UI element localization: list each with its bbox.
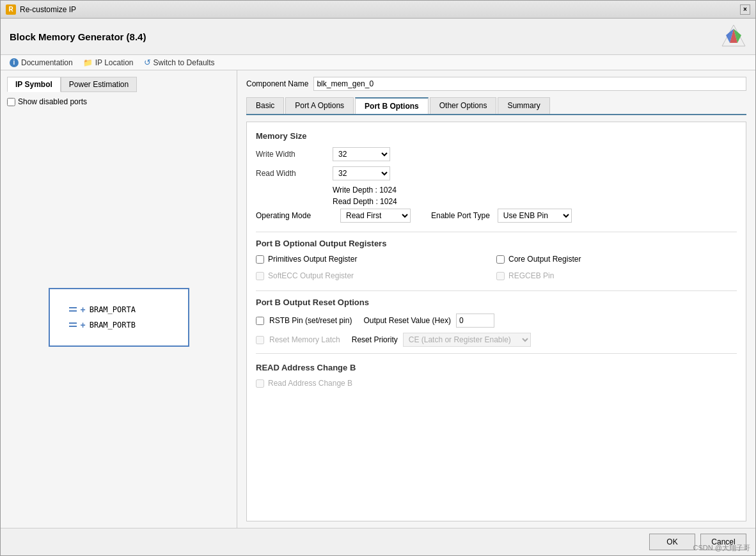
right-panel: Component Name Basic Port A Options Port… <box>237 70 755 528</box>
output-registers-title: Port B Optional Output Registers <box>256 239 737 248</box>
operating-mode-row: Operating Mode Read First Write First No… <box>256 209 737 223</box>
switch-defaults-label: Switch to Defaults <box>154 58 215 67</box>
enable-port-type-label: Enable Port Type <box>431 211 490 220</box>
write-width-select[interactable]: 32 8 16 64 <box>333 147 390 161</box>
port-b-lines <box>69 322 77 327</box>
show-disabled-row: Show disabled ports <box>7 97 230 106</box>
ip-location-link[interactable]: 📁 IP Location <box>83 58 134 67</box>
read-width-select[interactable]: 32 8 16 64 <box>333 166 390 180</box>
port-line <box>69 307 77 308</box>
documentation-label: Documentation <box>21 58 73 67</box>
tab-content-port-b: Memory Size Write Width 32 8 16 64 Read … <box>246 122 746 521</box>
port-a-lines <box>69 307 77 312</box>
port-a-plus: + <box>81 305 86 315</box>
ok-button[interactable]: OK <box>649 534 695 550</box>
primitives-output-checkbox[interactable] <box>256 255 264 264</box>
port-a-row: + BRAM_PORTA <box>69 302 169 317</box>
primitives-output-label: Primitives Output Register <box>268 255 357 264</box>
core-output-row: Core Output Register <box>496 255 737 264</box>
main-header: Block Memory Generator (8.4) <box>1 19 755 55</box>
enable-port-type-select[interactable]: Use ENB Pin Always Enabled <box>498 209 572 223</box>
port-a-name: BRAM_PORTA <box>90 305 136 314</box>
toolbar: i Documentation 📁 IP Location ↺ Switch t… <box>1 55 755 70</box>
bram-symbol: + BRAM_PORTA + BRAM_PORTB <box>49 288 189 347</box>
core-output-label: Core Output Register <box>508 255 581 264</box>
footer: OK Cancel <box>1 528 755 555</box>
soft-ecc-label: SoftECC Output Register <box>268 271 354 280</box>
primitives-output-row: Primitives Output Register <box>256 255 496 264</box>
tab-power-estimation[interactable]: Power Estimation <box>61 77 137 92</box>
soft-ecc-checkbox <box>256 272 264 280</box>
window-title: Re-customize IP <box>20 5 76 14</box>
tab-port-b-options[interactable]: Port B Options <box>355 97 429 114</box>
rstb-pin-label: RSTB Pin (set/reset pin) <box>269 316 352 325</box>
address-section: READ Address Change B Read Address Chang… <box>256 363 737 388</box>
port-line <box>69 310 77 312</box>
tab-summary[interactable]: Summary <box>498 97 549 114</box>
rstb-pin-row: RSTB Pin (set/reset pin) Output Reset Va… <box>256 314 737 328</box>
reset-priority-select: CE (Latch or Register Enable) SR (Set/Re… <box>403 333 531 347</box>
port-b-row: + BRAM_PORTB <box>69 317 169 333</box>
core-output-checkbox[interactable] <box>496 255 505 264</box>
component-name-row: Component Name <box>246 77 746 91</box>
reset-priority-label: Reset Priority <box>352 335 398 344</box>
tab-basic[interactable]: Basic <box>246 97 284 114</box>
component-name-label: Component Name <box>246 79 308 88</box>
operating-mode-label: Operating Mode <box>256 211 333 220</box>
soft-ecc-row: SoftECC Output Register <box>256 271 496 280</box>
dialog-title: Block Memory Generator (8.4) <box>10 31 146 42</box>
left-panel: IP Symbol Power Estimation Show disabled… <box>1 70 237 528</box>
watermark: CSDN @大翔子哥 <box>693 543 750 553</box>
reset-memory-latch-label: Reset Memory Latch <box>269 335 340 344</box>
vivado-logo <box>721 24 746 49</box>
output-reset-hex-input[interactable] <box>456 314 494 328</box>
output-reset-title: Port B Output Reset Options <box>256 298 737 307</box>
reset-memory-row: Reset Memory Latch Reset Priority CE (La… <box>256 333 737 347</box>
regceb-row: REGCEB Pin <box>496 271 737 280</box>
output-registers-checks: Primitives Output Register Core Output R… <box>256 255 737 284</box>
regceb-label: REGCEB Pin <box>508 271 554 280</box>
read-depth-row: Read Depth : 1024 <box>256 197 737 206</box>
symbol-area: + BRAM_PORTA + BRAM_PORTB <box>7 113 230 521</box>
documentation-link[interactable]: i Documentation <box>10 58 73 67</box>
memory-size-title: Memory Size <box>256 131 737 141</box>
port-line <box>69 326 77 327</box>
switch-defaults-link[interactable]: ↺ Switch to Defaults <box>144 58 215 67</box>
regceb-checkbox <box>496 272 505 280</box>
write-depth-row: Write Depth : 1024 <box>256 186 737 195</box>
title-bar: R Re-customize IP × <box>1 1 755 19</box>
reset-memory-latch-checkbox <box>256 336 264 344</box>
ip-location-label: IP Location <box>95 58 134 67</box>
component-name-input[interactable] <box>313 77 746 91</box>
port-b-plus: + <box>81 320 86 330</box>
folder-icon: 📁 <box>83 58 93 67</box>
read-width-row: Read Width 32 8 16 64 <box>256 166 737 180</box>
show-disabled-checkbox[interactable] <box>7 98 15 106</box>
close-button[interactable]: × <box>740 4 750 15</box>
write-width-row: Write Width 32 8 16 64 <box>256 147 737 161</box>
output-reset-value-label: Output Reset Value (Hex) <box>363 316 451 325</box>
read-width-label: Read Width <box>256 169 333 178</box>
tab-other-options[interactable]: Other Options <box>430 97 497 114</box>
content-area: IP Symbol Power Estimation Show disabled… <box>1 70 755 528</box>
left-tabs: IP Symbol Power Estimation <box>7 77 230 92</box>
tab-port-a-options[interactable]: Port A Options <box>285 97 354 114</box>
tabs-bar: Basic Port A Options Port B Options Othe… <box>246 97 746 115</box>
rstb-pin-checkbox[interactable] <box>256 317 264 325</box>
refresh-icon: ↺ <box>144 58 151 67</box>
write-depth-label: Write Depth : 1024 <box>333 186 397 195</box>
tab-ip-symbol[interactable]: IP Symbol <box>7 77 61 92</box>
write-width-label: Write Width <box>256 150 333 159</box>
port-b-name: BRAM_PORTB <box>90 321 136 330</box>
read-address-title: READ Address Change B <box>256 363 737 372</box>
read-address-change-label: Read Address Change B <box>268 379 352 388</box>
read-address-row: Read Address Change B <box>256 379 737 388</box>
info-icon: i <box>10 58 19 67</box>
main-window: R Re-customize IP × Block Memory Generat… <box>0 0 756 556</box>
port-line <box>69 322 77 324</box>
read-depth-label: Read Depth : 1024 <box>333 197 397 206</box>
operating-mode-select[interactable]: Read First Write First No Change <box>340 209 411 223</box>
read-address-change-checkbox <box>256 379 264 388</box>
show-disabled-label: Show disabled ports <box>18 97 87 106</box>
title-bar-left: R Re-customize IP <box>6 4 76 15</box>
